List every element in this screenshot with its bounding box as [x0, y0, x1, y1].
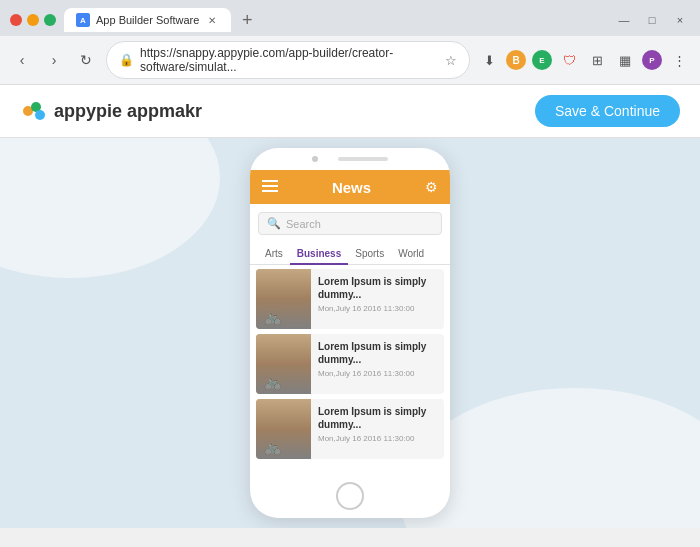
new-tab-button[interactable]: +	[235, 8, 259, 32]
news-thumbnail-image	[256, 334, 311, 394]
extension-icon-1[interactable]: B	[506, 50, 526, 70]
profile-icon[interactable]: P	[642, 50, 662, 70]
home-button[interactable]	[336, 482, 364, 510]
extensions-grid-icon[interactable]: ⊞	[586, 49, 608, 71]
news-item-content: Lorem Ipsum is simply dummy... Mon,July …	[311, 269, 444, 329]
traffic-lights	[10, 14, 56, 26]
category-tab-business[interactable]: Business	[290, 243, 348, 264]
news-menu-icon[interactable]	[262, 178, 278, 196]
phone-speaker	[338, 157, 388, 161]
minimize-window-button[interactable]	[27, 14, 39, 26]
news-item-content: Lorem Ipsum is simply dummy... Mon,July …	[311, 334, 444, 394]
maximize-window-button[interactable]	[44, 14, 56, 26]
window-maximize-button[interactable]: □	[642, 13, 662, 27]
address-bar[interactable]: 🔒 https://snappy.appypie.com/app-builder…	[106, 41, 470, 79]
news-thumbnail	[256, 334, 311, 394]
news-item[interactable]: Lorem Ipsum is simply dummy... Mon,July …	[256, 334, 444, 394]
news-item[interactable]: Lorem Ipsum is simply dummy... Mon,July …	[256, 399, 444, 459]
address-text: https://snappy.appypie.com/app-builder/c…	[140, 46, 439, 74]
tab-title: App Builder Software	[96, 14, 199, 26]
category-tabs: ArtsBusinessSportsWorld	[250, 243, 450, 265]
news-thumbnail	[256, 269, 311, 329]
news-header-bar: News ⚙	[250, 170, 450, 204]
tab-favicon-icon: A	[76, 13, 90, 27]
search-placeholder: Search	[286, 218, 321, 230]
phone-home-area	[250, 474, 450, 518]
toolbar-icons: ⬇ B E 🛡 ⊞ ▦ P ⋮	[478, 49, 690, 71]
close-window-button[interactable]	[10, 14, 22, 26]
news-item-content: Lorem Ipsum is simply dummy... Mon,July …	[311, 399, 444, 459]
appypie-logo-icon	[20, 97, 48, 125]
antivirus-icon[interactable]: 🛡	[558, 49, 580, 71]
svg-rect-3	[262, 180, 278, 182]
category-tab-arts[interactable]: Arts	[258, 243, 290, 264]
browser-toolbar: ‹ › ↻ 🔒 https://snappy.appypie.com/app-b…	[0, 36, 700, 84]
news-thumbnail	[256, 399, 311, 459]
browser-chrome: A App Builder Software ✕ + — □ × ‹ › ↻ 🔒…	[0, 0, 700, 85]
search-bar[interactable]: 🔍 Search	[258, 212, 442, 235]
svg-rect-5	[262, 190, 278, 192]
window-controls: — □ ×	[614, 13, 690, 27]
news-settings-icon[interactable]: ⚙	[425, 179, 438, 195]
extension-icon-2[interactable]: E	[532, 50, 552, 70]
news-headline: Lorem Ipsum is simply dummy...	[318, 275, 437, 301]
news-headline: Lorem Ipsum is simply dummy...	[318, 340, 437, 366]
search-icon: 🔍	[267, 217, 281, 230]
category-tab-sports[interactable]: Sports	[348, 243, 391, 264]
lock-icon: 🔒	[119, 53, 134, 67]
extension-icon-3[interactable]: ▦	[614, 49, 636, 71]
news-thumbnail-image	[256, 269, 311, 329]
main-content: News ⚙ 🔍 Search ArtsBusinessSportsWorld …	[0, 138, 700, 528]
back-button[interactable]: ‹	[10, 48, 34, 72]
phone-notch-bar	[250, 148, 450, 170]
active-tab[interactable]: A App Builder Software ✕	[64, 8, 231, 32]
news-date: Mon,July 16 2016 11:30:00	[318, 369, 437, 378]
app-header: appypie appmakr Save & Continue	[0, 85, 700, 138]
svg-rect-4	[262, 185, 278, 187]
save-continue-button[interactable]: Save & Continue	[535, 95, 680, 127]
forward-button[interactable]: ›	[42, 48, 66, 72]
news-list: Lorem Ipsum is simply dummy... Mon,July …	[250, 265, 450, 474]
news-date: Mon,July 16 2016 11:30:00	[318, 434, 437, 443]
category-tab-world[interactable]: World	[391, 243, 431, 264]
title-bar: A App Builder Software ✕ + — □ ×	[0, 0, 700, 36]
decorative-blob-1	[0, 138, 220, 278]
tab-close-button[interactable]: ✕	[205, 13, 219, 27]
phone-camera-icon	[312, 156, 318, 162]
more-menu-button[interactable]: ⋮	[668, 49, 690, 71]
news-header-title: News	[332, 179, 371, 196]
news-headline: Lorem Ipsum is simply dummy...	[318, 405, 437, 431]
phone-mockup: News ⚙ 🔍 Search ArtsBusinessSportsWorld …	[250, 148, 450, 518]
news-date: Mon,July 16 2016 11:30:00	[318, 304, 437, 313]
tab-bar: A App Builder Software ✕ +	[64, 8, 606, 32]
window-close-button[interactable]: ×	[670, 13, 690, 27]
bookmark-icon[interactable]: ☆	[445, 53, 457, 68]
downloads-icon[interactable]: ⬇	[478, 49, 500, 71]
window-minimize-button[interactable]: —	[614, 13, 634, 27]
refresh-button[interactable]: ↻	[74, 48, 98, 72]
svg-point-2	[35, 110, 45, 120]
news-item[interactable]: Lorem Ipsum is simply dummy... Mon,July …	[256, 269, 444, 329]
app-logo-text: appypie appmakr	[54, 101, 202, 122]
app-logo: appypie appmakr	[20, 97, 202, 125]
news-thumbnail-image	[256, 399, 311, 459]
